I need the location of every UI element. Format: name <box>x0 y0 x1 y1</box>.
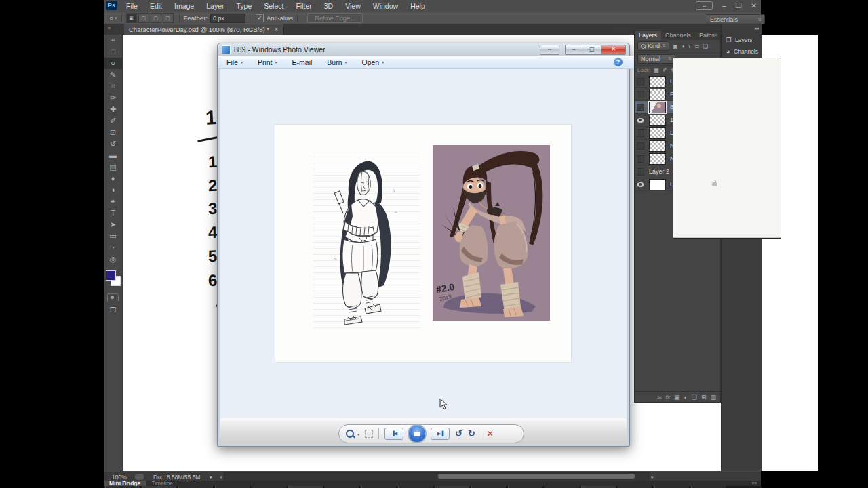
rotate-counterclockwise-button[interactable]: ↺ <box>455 429 462 439</box>
document-tab[interactable]: CharacterPowerDay.psd @ 100% (870, RGB/8… <box>124 24 284 35</box>
visibility-toggle[interactable] <box>635 88 646 100</box>
resize-window-button[interactable]: ↔ <box>696 1 713 10</box>
viewer-titlebar[interactable]: 889 - Windows Photo Viewer ↔ – ▢ ✕ <box>218 43 629 56</box>
layer-thumbnail[interactable] <box>649 140 666 152</box>
menu-help[interactable]: Help <box>404 1 431 12</box>
lasso-icon[interactable]: ○ <box>109 14 113 22</box>
next-button[interactable]: ▶▐ <box>431 428 450 440</box>
close-button[interactable]: ✕ <box>751 2 757 9</box>
layer-mask-icon[interactable]: ▣ <box>674 394 680 401</box>
layer-thumbnail[interactable] <box>649 102 666 113</box>
clone-stamp-tool[interactable]: ⊡ <box>104 127 122 138</box>
lock-pixels-icon[interactable]: ✐ <box>663 67 667 73</box>
chevron-down-icon[interactable]: ▾ <box>357 432 359 436</box>
zoom-button[interactable] <box>346 430 354 438</box>
panel-tab-channels[interactable]: Channels <box>661 31 695 40</box>
tab-timeline[interactable]: Timeline <box>146 481 178 486</box>
filter-adjustment-layers-icon[interactable]: ◑ <box>681 43 684 49</box>
path-selection-tool[interactable]: ➤ <box>104 219 122 230</box>
scroll-left-icon[interactable]: ◂ <box>220 474 222 480</box>
gradient-tool[interactable]: ▤ <box>104 161 122 173</box>
menu-type[interactable]: Type <box>230 1 258 12</box>
menu-file[interactable]: File <box>120 1 144 12</box>
layer-thumbnail[interactable] <box>649 127 666 139</box>
link-layers-icon[interactable]: ∞ <box>657 394 661 401</box>
tab-mini-bridge[interactable]: Mini Bridge <box>104 481 146 486</box>
scroll-right-icon[interactable]: ▸ <box>651 474 654 480</box>
visibility-toggle[interactable] <box>635 75 646 87</box>
restore-button[interactable]: ❐ <box>736 2 742 9</box>
menu-layer[interactable]: Layer <box>200 1 230 12</box>
lasso-tool[interactable]: ○ <box>104 58 122 69</box>
rotate-clockwise-button[interactable]: ↻ <box>468 429 475 439</box>
visibility-toggle[interactable] <box>635 127 646 139</box>
fit-to-window-button[interactable] <box>365 430 373 438</box>
blur-tool[interactable]: ♦ <box>104 173 122 184</box>
layer-thumbnail[interactable] <box>673 58 781 239</box>
menu-image[interactable]: Image <box>168 1 200 12</box>
viewer-menu-print[interactable]: Print▾ <box>258 58 277 66</box>
move-tool[interactable]: ⌖ <box>104 35 122 46</box>
healing-brush-tool[interactable]: ✚ <box>104 104 122 115</box>
hand-tool[interactable]: ☞ <box>104 242 122 253</box>
layer-thumbnail[interactable] <box>649 179 666 190</box>
viewer-menu-open[interactable]: Open▾ <box>362 58 384 66</box>
new-layer-icon[interactable]: ⊞ <box>701 394 707 401</box>
layer-style-icon[interactable]: fx <box>666 394 670 400</box>
history-brush-tool[interactable]: ↺ <box>104 138 122 150</box>
menu-view[interactable]: View <box>339 1 367 12</box>
blend-mode-select[interactable]: Normal ⇅ <box>637 54 675 64</box>
subtract-selection-mode-button[interactable]: ▢ <box>151 13 161 23</box>
lock-transparency-icon[interactable]: ▦ <box>654 67 659 73</box>
chevron-down-icon[interactable]: ▾ <box>115 16 117 21</box>
filter-pixel-layers-icon[interactable]: ▣ <box>673 43 678 49</box>
visibility-toggle[interactable] <box>635 114 646 126</box>
close-tab-icon[interactable]: ✕ <box>274 26 279 33</box>
panel-options-icon[interactable]: ▾≡ <box>751 481 757 486</box>
minimize-button[interactable]: – <box>722 2 726 9</box>
menu-3d[interactable]: 3D <box>318 1 339 12</box>
shape-tool[interactable]: ▭ <box>104 230 122 242</box>
play-slideshow-button[interactable] <box>408 424 427 443</box>
refine-edge-button[interactable]: Refine Edge... <box>307 13 363 23</box>
filter-type-layers-icon[interactable]: T <box>688 43 691 49</box>
eraser-tool[interactable]: ▬ <box>104 150 122 161</box>
menu-window[interactable]: Window <box>367 1 404 12</box>
visibility-toggle[interactable] <box>635 152 646 165</box>
viewer-menu-e-mail[interactable]: E-mail <box>292 58 313 66</box>
delete-button[interactable]: ✕ <box>487 429 494 439</box>
crop-tool[interactable]: ⌗ <box>104 81 122 92</box>
resize-window-button[interactable]: ↔ <box>540 45 559 55</box>
close-button[interactable]: ✕ <box>601 45 626 55</box>
help-button[interactable]: ? <box>614 58 623 66</box>
scrollbar-thumb[interactable] <box>438 474 635 479</box>
minimize-button[interactable]: – <box>565 45 583 55</box>
status-popup-icon[interactable]: ▸ <box>210 474 212 480</box>
filter-smart-objects-icon[interactable]: ❏ <box>703 43 708 49</box>
menu-edit[interactable]: Edit <box>144 1 168 12</box>
layer-thumbnail[interactable] <box>649 76 666 87</box>
screen-mode-button[interactable]: ❐ <box>104 306 122 314</box>
viewer-menu-file[interactable]: File▾ <box>226 58 243 66</box>
new-selection-mode-button[interactable]: ▣ <box>126 13 137 23</box>
layer-thumbnail[interactable] <box>649 89 666 100</box>
type-tool[interactable]: T <box>104 207 122 219</box>
zoom-tool[interactable]: ◎ <box>104 253 122 265</box>
dodge-tool[interactable]: ◑ <box>104 184 122 196</box>
dock-button-layers[interactable]: ❐Layers <box>722 34 762 45</box>
adjustment-layer-icon[interactable]: ◐ <box>684 394 687 401</box>
expand-panels-icon[interactable]: ◂◂ <box>754 26 759 31</box>
collapse-toolbar-icon[interactable]: » <box>108 25 111 31</box>
layer-thumbnail[interactable] <box>649 115 666 126</box>
layer-thumbnail[interactable] <box>649 153 666 165</box>
layer-row-layer-2[interactable]: Layer 2 <box>635 165 720 178</box>
antialias-checkbox[interactable]: ✓ <box>256 14 264 22</box>
workspace-switcher[interactable]: Essentials ⇅ <box>707 14 765 24</box>
menu-select[interactable]: Select <box>258 1 290 12</box>
eyedropper-tool[interactable]: ✑ <box>104 92 122 104</box>
dock-button-channels[interactable]: ◕Channels <box>722 45 762 57</box>
maximize-button[interactable]: ▢ <box>583 45 601 55</box>
quick-mask-button[interactable] <box>107 293 119 302</box>
foreground-color-swatch[interactable] <box>106 270 116 281</box>
visibility-toggle[interactable] <box>635 178 646 190</box>
